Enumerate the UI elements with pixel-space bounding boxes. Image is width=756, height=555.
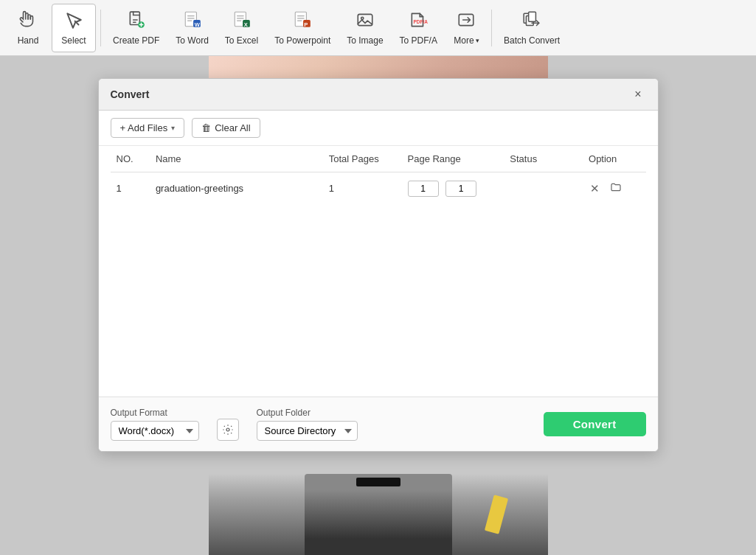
row-no: 1: [111, 172, 150, 205]
toolbar-btn-hand-label: Hand: [18, 35, 39, 46]
to-image-icon: [356, 10, 375, 32]
table-row: 1 graduation-greetings 1 ✕: [111, 172, 646, 205]
table-header: NO. Name Total Pages Page Range Status O…: [111, 146, 646, 172]
dialog-footer: Output Format Word(*.docx) Word(*.doc) R…: [99, 397, 658, 451]
row-status: [504, 172, 583, 205]
clear-all-label: Clear All: [215, 122, 250, 133]
to-excel-icon: X: [232, 10, 252, 32]
files-table-area: NO. Name Total Pages Page Range Status O…: [99, 146, 658, 397]
svg-text:PDF/A: PDF/A: [414, 19, 429, 24]
output-format-wrap: Word(*.docx) Word(*.doc) RTF Plain Text: [111, 421, 199, 441]
more-label-wrap: More ▾: [454, 35, 479, 46]
col-no: NO.: [111, 146, 150, 172]
delete-row-button[interactable]: ✕: [589, 181, 601, 197]
row-option: ✕: [583, 172, 645, 205]
col-total-pages: Total Pages: [323, 146, 402, 172]
toolbar: Hand Select Create PDF: [0, 0, 756, 56]
toolbar-btn-create-pdf[interactable]: Create PDF: [105, 4, 167, 52]
add-files-dropdown-icon: ▾: [171, 124, 175, 132]
add-files-button[interactable]: + Add Files ▾: [111, 118, 185, 138]
toolbar-btn-to-image-label: To Image: [347, 35, 383, 46]
toolbar-btn-to-pdfa[interactable]: PDF/A To PDF/A: [392, 4, 445, 52]
to-pdfa-icon: PDF/A: [409, 10, 428, 32]
toolbar-btn-create-pdf-label: Create PDF: [113, 35, 159, 46]
to-powerpoint-icon: P: [293, 10, 312, 32]
toolbar-btn-more[interactable]: More ▾: [446, 4, 487, 52]
dialog-header: Convert ×: [99, 79, 658, 111]
svg-text:P: P: [304, 21, 308, 27]
row-page-range: [402, 172, 504, 205]
toolbar-btn-to-pdfa-label: To PDF/A: [400, 35, 437, 46]
dialog-toolbar: + Add Files ▾ 🗑 Clear All: [99, 111, 658, 146]
col-status: Status: [504, 146, 583, 172]
toolbar-btn-to-word[interactable]: W To Word: [168, 4, 215, 52]
toolbar-btn-to-excel[interactable]: X To Excel: [218, 4, 266, 52]
convert-button[interactable]: Convert: [544, 412, 646, 436]
output-folder-label: Output Folder: [257, 408, 358, 418]
toolbar-btn-to-powerpoint[interactable]: P To Powerpoint: [267, 4, 338, 52]
option-icons: ✕: [589, 180, 639, 197]
toolbar-btn-to-image[interactable]: To Image: [339, 4, 390, 52]
svg-point-18: [226, 428, 229, 431]
toolbar-btn-more-label: More: [454, 35, 474, 46]
clear-all-button[interactable]: 🗑 Clear All: [192, 118, 260, 138]
table-body: 1 graduation-greetings 1 ✕: [111, 172, 646, 205]
svg-rect-11: [358, 14, 372, 25]
to-word-icon: W: [183, 10, 202, 32]
output-format-label: Output Format: [111, 408, 199, 418]
create-pdf-icon: [127, 10, 146, 32]
col-page-range: Page Range: [402, 146, 504, 172]
toolbar-btn-select[interactable]: Select: [52, 4, 96, 52]
dialog-title: Convert: [111, 88, 150, 100]
toolbar-sep-2: [491, 10, 492, 46]
svg-rect-17: [529, 12, 536, 21]
toolbar-btn-select-label: Select: [61, 35, 86, 46]
more-dropdown-arrow: ▾: [476, 37, 479, 44]
select-icon: [64, 10, 83, 32]
col-name: Name: [150, 146, 323, 172]
output-folder-select[interactable]: Source Directory Custom Directory: [257, 421, 358, 441]
toolbar-btn-batch-convert-label: Batch Convert: [504, 35, 560, 46]
hand-icon: [18, 10, 38, 32]
toolbar-btn-hand[interactable]: Hand: [6, 4, 50, 52]
footer-left: Output Format Word(*.docx) Word(*.doc) R…: [111, 408, 358, 441]
toolbar-btn-to-powerpoint-label: To Powerpoint: [274, 35, 330, 46]
convert-dialog: Convert × + Add Files ▾ 🗑 Clear All NO. …: [98, 78, 659, 452]
svg-text:X: X: [243, 21, 247, 27]
toolbar-btn-to-word-label: To Word: [176, 35, 208, 46]
settings-icon-button[interactable]: [217, 419, 239, 441]
toolbar-btn-to-excel-label: To Excel: [225, 35, 258, 46]
page-to-input[interactable]: [445, 181, 476, 197]
batch-convert-icon: [522, 10, 541, 32]
svg-text:W: W: [194, 21, 200, 27]
toolbar-sep-1: [100, 10, 101, 46]
svg-point-12: [361, 17, 363, 19]
open-folder-button[interactable]: [608, 180, 623, 197]
col-option: Option: [583, 146, 645, 172]
output-format-select[interactable]: Word(*.docx) Word(*.doc) RTF Plain Text: [111, 421, 199, 441]
toolbar-btn-batch-convert[interactable]: Batch Convert: [496, 4, 567, 52]
files-table: NO. Name Total Pages Page Range Status O…: [111, 146, 646, 204]
modal-overlay: Convert × + Add Files ▾ 🗑 Clear All NO. …: [0, 56, 756, 555]
page-from-input[interactable]: [408, 181, 439, 197]
row-total-pages: 1: [323, 172, 402, 205]
dialog-close-button[interactable]: ×: [630, 86, 645, 102]
output-folder-field: Output Folder Source Directory Custom Di…: [257, 408, 358, 441]
add-files-label: + Add Files: [120, 122, 168, 133]
more-icon: [457, 10, 476, 32]
clear-icon: 🗑: [201, 122, 211, 133]
output-format-field: Output Format Word(*.docx) Word(*.doc) R…: [111, 408, 199, 441]
row-name: graduation-greetings: [150, 172, 323, 205]
